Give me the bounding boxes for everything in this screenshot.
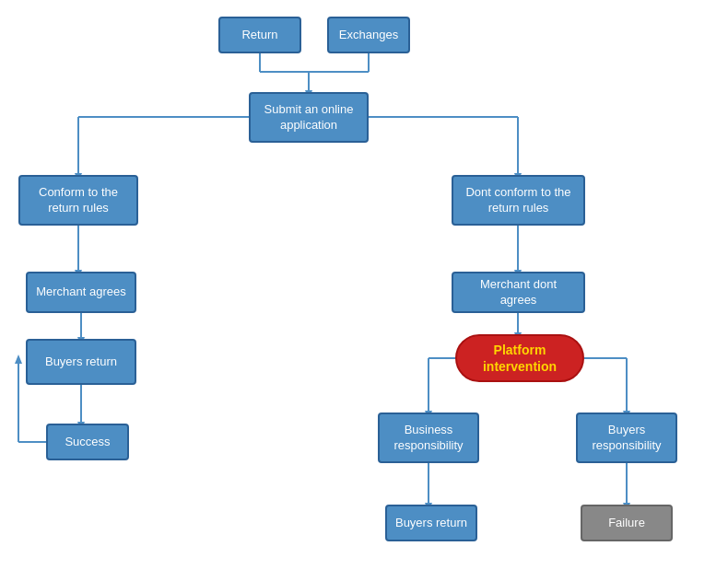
failure-node: Failure (581, 505, 673, 541)
business-resp-node: Business responsibility (378, 413, 479, 463)
buyers-return-right-node: Buyers return (385, 505, 477, 541)
submit-node: Submit an online application (249, 92, 369, 143)
buyers-resp-node: Buyers responsibility (576, 413, 677, 463)
buyers-return-left-node: Buyers return (26, 339, 136, 385)
platform-intervention-node: Platform intervention (455, 334, 584, 382)
exchanges-node: Exchanges (327, 17, 410, 53)
merchant-dont-node: Merchant dont agrees (452, 272, 585, 313)
conform-node: Conform to the return rules (18, 175, 138, 226)
svg-marker-19 (15, 354, 22, 364)
merchant-agrees-node: Merchant agrees (26, 272, 136, 313)
dont-conform-node: Dont conform to the return rules (452, 175, 585, 226)
success-node: Success (46, 424, 129, 460)
flowchart-diagram: Return Exchanges Submit an online applic… (0, 0, 728, 581)
return-node: Return (218, 17, 301, 53)
